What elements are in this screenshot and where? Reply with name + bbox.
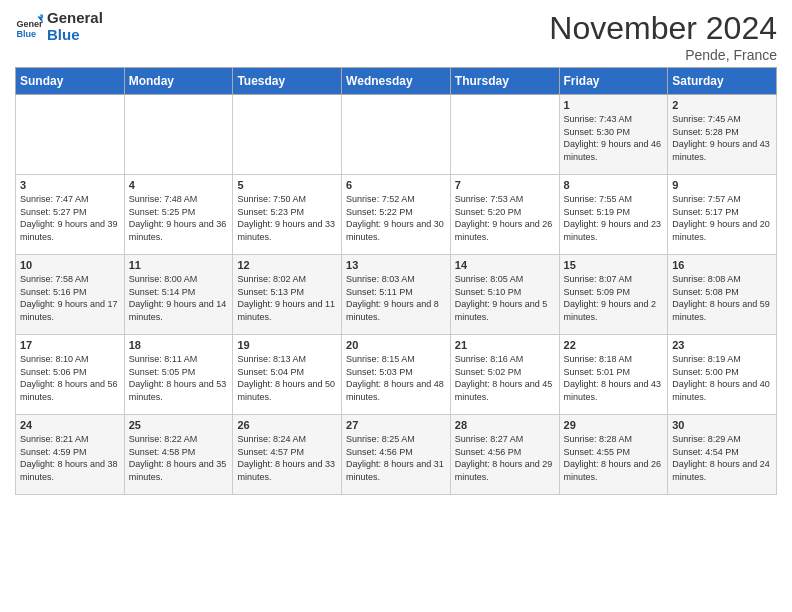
day-cell: 5Sunrise: 7:50 AM Sunset: 5:23 PM Daylig…: [233, 175, 342, 255]
day-cell: 4Sunrise: 7:48 AM Sunset: 5:25 PM Daylig…: [124, 175, 233, 255]
location: Pende, France: [549, 47, 777, 63]
svg-text:Blue: Blue: [16, 28, 36, 38]
week-row-4: 17Sunrise: 8:10 AM Sunset: 5:06 PM Dayli…: [16, 335, 777, 415]
day-cell: 27Sunrise: 8:25 AM Sunset: 4:56 PM Dayli…: [342, 415, 451, 495]
day-info: Sunrise: 7:52 AM Sunset: 5:22 PM Dayligh…: [346, 193, 446, 243]
day-number: 11: [129, 259, 229, 271]
day-cell: 18Sunrise: 8:11 AM Sunset: 5:05 PM Dayli…: [124, 335, 233, 415]
day-cell: 7Sunrise: 7:53 AM Sunset: 5:20 PM Daylig…: [450, 175, 559, 255]
logo-line1: General: [47, 10, 103, 27]
day-number: 6: [346, 179, 446, 191]
day-info: Sunrise: 7:47 AM Sunset: 5:27 PM Dayligh…: [20, 193, 120, 243]
day-cell: 11Sunrise: 8:00 AM Sunset: 5:14 PM Dayli…: [124, 255, 233, 335]
logo-icon: General Blue: [15, 13, 43, 41]
day-info: Sunrise: 8:18 AM Sunset: 5:01 PM Dayligh…: [564, 353, 664, 403]
day-number: 18: [129, 339, 229, 351]
header-day-monday: Monday: [124, 68, 233, 95]
day-number: 17: [20, 339, 120, 351]
day-info: Sunrise: 8:03 AM Sunset: 5:11 PM Dayligh…: [346, 273, 446, 323]
day-number: 25: [129, 419, 229, 431]
day-info: Sunrise: 8:07 AM Sunset: 5:09 PM Dayligh…: [564, 273, 664, 323]
day-cell: 13Sunrise: 8:03 AM Sunset: 5:11 PM Dayli…: [342, 255, 451, 335]
week-row-5: 24Sunrise: 8:21 AM Sunset: 4:59 PM Dayli…: [16, 415, 777, 495]
day-number: 7: [455, 179, 555, 191]
header-day-sunday: Sunday: [16, 68, 125, 95]
day-number: 5: [237, 179, 337, 191]
day-cell: 21Sunrise: 8:16 AM Sunset: 5:02 PM Dayli…: [450, 335, 559, 415]
day-info: Sunrise: 8:08 AM Sunset: 5:08 PM Dayligh…: [672, 273, 772, 323]
day-info: Sunrise: 8:13 AM Sunset: 5:04 PM Dayligh…: [237, 353, 337, 403]
day-info: Sunrise: 7:53 AM Sunset: 5:20 PM Dayligh…: [455, 193, 555, 243]
day-number: 14: [455, 259, 555, 271]
logo: General Blue General Blue: [15, 10, 103, 43]
day-info: Sunrise: 8:21 AM Sunset: 4:59 PM Dayligh…: [20, 433, 120, 483]
day-number: 30: [672, 419, 772, 431]
day-info: Sunrise: 8:19 AM Sunset: 5:00 PM Dayligh…: [672, 353, 772, 403]
week-row-3: 10Sunrise: 7:58 AM Sunset: 5:16 PM Dayli…: [16, 255, 777, 335]
header-day-tuesday: Tuesday: [233, 68, 342, 95]
day-number: 15: [564, 259, 664, 271]
calendar-table: SundayMondayTuesdayWednesdayThursdayFrid…: [15, 67, 777, 495]
day-cell: 24Sunrise: 8:21 AM Sunset: 4:59 PM Dayli…: [16, 415, 125, 495]
day-cell: 22Sunrise: 8:18 AM Sunset: 5:01 PM Dayli…: [559, 335, 668, 415]
day-number: 26: [237, 419, 337, 431]
day-info: Sunrise: 7:55 AM Sunset: 5:19 PM Dayligh…: [564, 193, 664, 243]
day-info: Sunrise: 8:25 AM Sunset: 4:56 PM Dayligh…: [346, 433, 446, 483]
day-number: 28: [455, 419, 555, 431]
header-day-saturday: Saturday: [668, 68, 777, 95]
day-cell: 2Sunrise: 7:45 AM Sunset: 5:28 PM Daylig…: [668, 95, 777, 175]
page-header: General Blue General Blue November 2024 …: [15, 10, 777, 63]
header-day-thursday: Thursday: [450, 68, 559, 95]
day-number: 9: [672, 179, 772, 191]
day-info: Sunrise: 8:24 AM Sunset: 4:57 PM Dayligh…: [237, 433, 337, 483]
day-number: 23: [672, 339, 772, 351]
day-info: Sunrise: 8:05 AM Sunset: 5:10 PM Dayligh…: [455, 273, 555, 323]
header-day-wednesday: Wednesday: [342, 68, 451, 95]
day-number: 4: [129, 179, 229, 191]
day-cell: 30Sunrise: 8:29 AM Sunset: 4:54 PM Dayli…: [668, 415, 777, 495]
day-info: Sunrise: 8:27 AM Sunset: 4:56 PM Dayligh…: [455, 433, 555, 483]
day-cell: 16Sunrise: 8:08 AM Sunset: 5:08 PM Dayli…: [668, 255, 777, 335]
day-info: Sunrise: 8:02 AM Sunset: 5:13 PM Dayligh…: [237, 273, 337, 323]
day-cell: 20Sunrise: 8:15 AM Sunset: 5:03 PM Dayli…: [342, 335, 451, 415]
day-cell: [342, 95, 451, 175]
day-number: 19: [237, 339, 337, 351]
day-cell: 25Sunrise: 8:22 AM Sunset: 4:58 PM Dayli…: [124, 415, 233, 495]
day-cell: 14Sunrise: 8:05 AM Sunset: 5:10 PM Dayli…: [450, 255, 559, 335]
day-number: 8: [564, 179, 664, 191]
week-row-1: 1Sunrise: 7:43 AM Sunset: 5:30 PM Daylig…: [16, 95, 777, 175]
logo-line2: Blue: [47, 27, 103, 44]
calendar-header-row: SundayMondayTuesdayWednesdayThursdayFrid…: [16, 68, 777, 95]
day-cell: 1Sunrise: 7:43 AM Sunset: 5:30 PM Daylig…: [559, 95, 668, 175]
day-info: Sunrise: 7:43 AM Sunset: 5:30 PM Dayligh…: [564, 113, 664, 163]
day-cell: 19Sunrise: 8:13 AM Sunset: 5:04 PM Dayli…: [233, 335, 342, 415]
day-info: Sunrise: 8:00 AM Sunset: 5:14 PM Dayligh…: [129, 273, 229, 323]
day-number: 21: [455, 339, 555, 351]
day-info: Sunrise: 7:57 AM Sunset: 5:17 PM Dayligh…: [672, 193, 772, 243]
day-cell: 8Sunrise: 7:55 AM Sunset: 5:19 PM Daylig…: [559, 175, 668, 255]
day-info: Sunrise: 8:15 AM Sunset: 5:03 PM Dayligh…: [346, 353, 446, 403]
day-cell: 12Sunrise: 8:02 AM Sunset: 5:13 PM Dayli…: [233, 255, 342, 335]
week-row-2: 3Sunrise: 7:47 AM Sunset: 5:27 PM Daylig…: [16, 175, 777, 255]
month-title: November 2024: [549, 10, 777, 47]
day-cell: 15Sunrise: 8:07 AM Sunset: 5:09 PM Dayli…: [559, 255, 668, 335]
day-cell: [124, 95, 233, 175]
day-number: 27: [346, 419, 446, 431]
day-cell: 10Sunrise: 7:58 AM Sunset: 5:16 PM Dayli…: [16, 255, 125, 335]
day-number: 22: [564, 339, 664, 351]
day-cell: 26Sunrise: 8:24 AM Sunset: 4:57 PM Dayli…: [233, 415, 342, 495]
day-info: Sunrise: 7:48 AM Sunset: 5:25 PM Dayligh…: [129, 193, 229, 243]
day-number: 3: [20, 179, 120, 191]
day-cell: 9Sunrise: 7:57 AM Sunset: 5:17 PM Daylig…: [668, 175, 777, 255]
day-cell: [450, 95, 559, 175]
day-cell: 29Sunrise: 8:28 AM Sunset: 4:55 PM Dayli…: [559, 415, 668, 495]
day-info: Sunrise: 8:16 AM Sunset: 5:02 PM Dayligh…: [455, 353, 555, 403]
day-cell: 6Sunrise: 7:52 AM Sunset: 5:22 PM Daylig…: [342, 175, 451, 255]
day-number: 1: [564, 99, 664, 111]
day-number: 2: [672, 99, 772, 111]
day-info: Sunrise: 8:28 AM Sunset: 4:55 PM Dayligh…: [564, 433, 664, 483]
day-number: 13: [346, 259, 446, 271]
day-number: 20: [346, 339, 446, 351]
day-number: 16: [672, 259, 772, 271]
day-info: Sunrise: 7:50 AM Sunset: 5:23 PM Dayligh…: [237, 193, 337, 243]
